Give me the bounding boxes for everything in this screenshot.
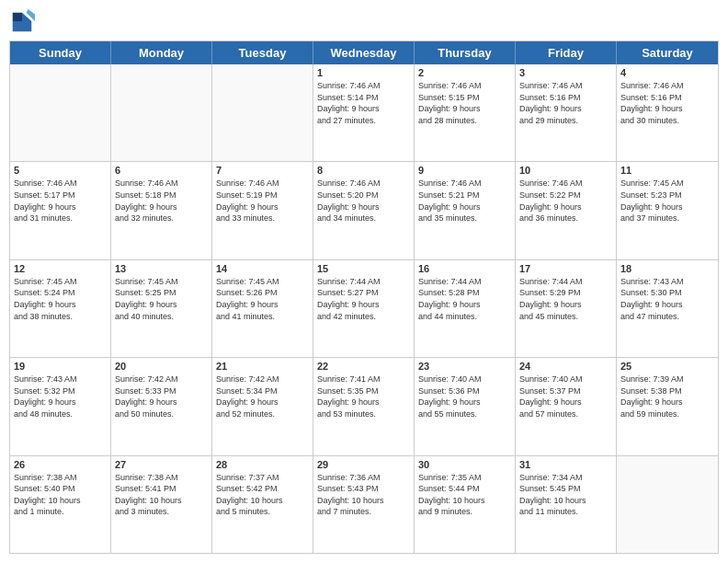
- day-cell: 23Sunrise: 7:40 AM Sunset: 5:36 PM Dayli…: [415, 358, 516, 454]
- day-cell: 13Sunrise: 7:45 AM Sunset: 5:25 PM Dayli…: [111, 260, 212, 357]
- day-info: Sunrise: 7:38 AM Sunset: 5:41 PM Dayligh…: [115, 472, 208, 518]
- day-cell: 7Sunrise: 7:46 AM Sunset: 5:19 PM Daylig…: [212, 162, 313, 259]
- day-number: 5: [14, 165, 107, 176]
- day-number: 1: [317, 67, 410, 78]
- day-info: Sunrise: 7:44 AM Sunset: 5:28 PM Dayligh…: [418, 276, 511, 322]
- day-number: 25: [620, 361, 714, 372]
- day-info: Sunrise: 7:45 AM Sunset: 5:24 PM Dayligh…: [14, 276, 107, 322]
- week-row-2: 5Sunrise: 7:46 AM Sunset: 5:17 PM Daylig…: [10, 161, 718, 259]
- day-cell: 19Sunrise: 7:43 AM Sunset: 5:32 PM Dayli…: [10, 358, 111, 454]
- day-number: 19: [14, 361, 107, 372]
- day-cell: [617, 456, 718, 553]
- day-cell: 27Sunrise: 7:38 AM Sunset: 5:41 PM Dayli…: [111, 456, 212, 553]
- day-header-tuesday: Tuesday: [212, 41, 313, 64]
- day-info: Sunrise: 7:44 AM Sunset: 5:29 PM Dayligh…: [519, 276, 612, 322]
- day-number: 18: [620, 263, 714, 274]
- day-cell: 25Sunrise: 7:39 AM Sunset: 5:38 PM Dayli…: [617, 358, 718, 454]
- day-cell: 22Sunrise: 7:41 AM Sunset: 5:35 PM Dayli…: [313, 358, 415, 454]
- day-info: Sunrise: 7:46 AM Sunset: 5:15 PM Dayligh…: [418, 80, 511, 126]
- day-headers: SundayMondayTuesdayWednesdayThursdayFrid…: [10, 41, 718, 64]
- day-number: 8: [317, 165, 410, 176]
- day-info: Sunrise: 7:45 AM Sunset: 5:26 PM Dayligh…: [216, 276, 309, 322]
- day-number: 10: [519, 165, 612, 176]
- day-number: 7: [216, 165, 309, 176]
- day-cell: 21Sunrise: 7:42 AM Sunset: 5:34 PM Dayli…: [212, 358, 313, 454]
- day-info: Sunrise: 7:46 AM Sunset: 5:14 PM Dayligh…: [317, 80, 410, 126]
- day-number: 27: [115, 459, 208, 470]
- day-cell: 31Sunrise: 7:34 AM Sunset: 5:45 PM Dayli…: [516, 456, 617, 553]
- day-cell: [111, 64, 212, 161]
- day-cell: 30Sunrise: 7:35 AM Sunset: 5:44 PM Dayli…: [415, 456, 516, 553]
- day-number: 17: [519, 263, 612, 274]
- day-cell: 12Sunrise: 7:45 AM Sunset: 5:24 PM Dayli…: [10, 260, 111, 357]
- day-info: Sunrise: 7:36 AM Sunset: 5:43 PM Dayligh…: [317, 472, 410, 518]
- day-info: Sunrise: 7:43 AM Sunset: 5:30 PM Dayligh…: [620, 276, 714, 322]
- day-cell: 16Sunrise: 7:44 AM Sunset: 5:28 PM Dayli…: [415, 260, 516, 357]
- day-info: Sunrise: 7:46 AM Sunset: 5:16 PM Dayligh…: [519, 80, 612, 126]
- day-cell: 28Sunrise: 7:37 AM Sunset: 5:42 PM Dayli…: [212, 456, 313, 553]
- day-number: 30: [418, 459, 511, 470]
- day-cell: 17Sunrise: 7:44 AM Sunset: 5:29 PM Dayli…: [516, 260, 617, 357]
- day-header-wednesday: Wednesday: [313, 41, 415, 64]
- day-cell: 8Sunrise: 7:46 AM Sunset: 5:20 PM Daylig…: [313, 162, 415, 259]
- week-row-4: 19Sunrise: 7:43 AM Sunset: 5:32 PM Dayli…: [10, 357, 718, 454]
- day-number: 12: [14, 263, 107, 274]
- day-number: 2: [418, 67, 511, 78]
- day-info: Sunrise: 7:46 AM Sunset: 5:22 PM Dayligh…: [519, 178, 612, 224]
- day-number: 28: [216, 459, 309, 470]
- logo: [9, 9, 39, 35]
- day-header-saturday: Saturday: [617, 41, 718, 64]
- header: [9, 9, 719, 35]
- week-row-1: 1Sunrise: 7:46 AM Sunset: 5:14 PM Daylig…: [10, 64, 718, 161]
- day-info: Sunrise: 7:46 AM Sunset: 5:21 PM Dayligh…: [418, 178, 511, 224]
- day-number: 22: [317, 361, 410, 372]
- day-number: 9: [418, 165, 511, 176]
- day-cell: 5Sunrise: 7:46 AM Sunset: 5:17 PM Daylig…: [10, 162, 111, 259]
- day-number: 23: [418, 361, 511, 372]
- day-info: Sunrise: 7:46 AM Sunset: 5:18 PM Dayligh…: [115, 178, 208, 224]
- page: SundayMondayTuesdayWednesdayThursdayFrid…: [0, 0, 728, 563]
- day-cell: [212, 64, 313, 161]
- day-number: 16: [418, 263, 511, 274]
- day-info: Sunrise: 7:44 AM Sunset: 5:27 PM Dayligh…: [317, 276, 410, 322]
- svg-rect-2: [13, 13, 22, 21]
- day-number: 4: [620, 67, 714, 78]
- day-info: Sunrise: 7:41 AM Sunset: 5:35 PM Dayligh…: [317, 373, 410, 419]
- day-cell: 20Sunrise: 7:42 AM Sunset: 5:33 PM Dayli…: [111, 358, 212, 454]
- day-cell: 24Sunrise: 7:40 AM Sunset: 5:37 PM Dayli…: [516, 358, 617, 454]
- day-number: 31: [519, 459, 612, 470]
- day-cell: 2Sunrise: 7:46 AM Sunset: 5:15 PM Daylig…: [415, 64, 516, 161]
- day-cell: 15Sunrise: 7:44 AM Sunset: 5:27 PM Dayli…: [313, 260, 415, 357]
- day-header-friday: Friday: [516, 41, 617, 64]
- calendar: SundayMondayTuesdayWednesdayThursdayFrid…: [9, 40, 719, 554]
- day-cell: 4Sunrise: 7:46 AM Sunset: 5:16 PM Daylig…: [617, 64, 718, 161]
- day-cell: 1Sunrise: 7:46 AM Sunset: 5:14 PM Daylig…: [313, 64, 415, 161]
- day-info: Sunrise: 7:42 AM Sunset: 5:34 PM Dayligh…: [216, 373, 309, 419]
- day-info: Sunrise: 7:40 AM Sunset: 5:37 PM Dayligh…: [519, 373, 612, 419]
- day-header-monday: Monday: [111, 41, 212, 64]
- day-cell: 6Sunrise: 7:46 AM Sunset: 5:18 PM Daylig…: [111, 162, 212, 259]
- day-info: Sunrise: 7:43 AM Sunset: 5:32 PM Dayligh…: [14, 373, 107, 419]
- day-info: Sunrise: 7:46 AM Sunset: 5:16 PM Dayligh…: [620, 80, 714, 126]
- day-info: Sunrise: 7:46 AM Sunset: 5:17 PM Dayligh…: [14, 178, 107, 224]
- day-header-sunday: Sunday: [10, 41, 111, 64]
- day-info: Sunrise: 7:38 AM Sunset: 5:40 PM Dayligh…: [14, 472, 107, 518]
- day-cell: 11Sunrise: 7:45 AM Sunset: 5:23 PM Dayli…: [617, 162, 718, 259]
- day-number: 20: [115, 361, 208, 372]
- day-number: 14: [216, 263, 309, 274]
- week-row-3: 12Sunrise: 7:45 AM Sunset: 5:24 PM Dayli…: [10, 259, 718, 357]
- day-cell: 10Sunrise: 7:46 AM Sunset: 5:22 PM Dayli…: [516, 162, 617, 259]
- day-number: 6: [115, 165, 208, 176]
- day-info: Sunrise: 7:34 AM Sunset: 5:45 PM Dayligh…: [519, 472, 612, 518]
- day-info: Sunrise: 7:45 AM Sunset: 5:25 PM Dayligh…: [115, 276, 208, 322]
- day-number: 21: [216, 361, 309, 372]
- day-number: 13: [115, 263, 208, 274]
- day-header-thursday: Thursday: [415, 41, 516, 64]
- day-info: Sunrise: 7:45 AM Sunset: 5:23 PM Dayligh…: [620, 178, 714, 224]
- day-info: Sunrise: 7:40 AM Sunset: 5:36 PM Dayligh…: [418, 373, 511, 419]
- day-number: 3: [519, 67, 612, 78]
- day-info: Sunrise: 7:42 AM Sunset: 5:33 PM Dayligh…: [115, 373, 208, 419]
- day-info: Sunrise: 7:37 AM Sunset: 5:42 PM Dayligh…: [216, 472, 309, 518]
- day-cell: 26Sunrise: 7:38 AM Sunset: 5:40 PM Dayli…: [10, 456, 111, 553]
- day-cell: 3Sunrise: 7:46 AM Sunset: 5:16 PM Daylig…: [516, 64, 617, 161]
